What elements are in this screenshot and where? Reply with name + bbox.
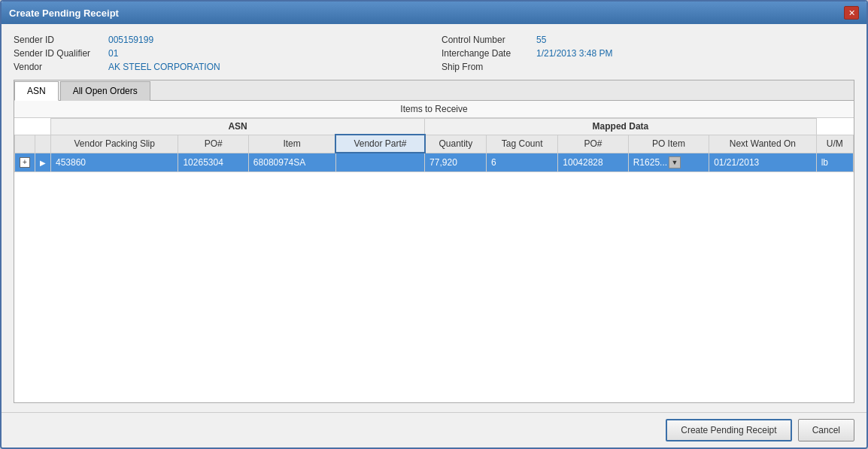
quantity-cell: 77,920 [425,153,487,171]
form-fields: Sender ID 005159199 Sender ID Qualifier … [14,33,854,74]
col-next-wanted-on: Next Wanted On [709,135,817,153]
control-number-label: Control Number [442,35,532,45]
sender-id-label: Sender ID [14,35,104,45]
col-header-row: Vendor Packing Slip PO# Item Vendor Part… [15,135,854,153]
interchange-date-label: Interchange Date [442,48,532,59]
tabs-container: ASN All Open Orders Items to Receive ASN… [14,80,854,403]
tab-content: Items to Receive ASN Mapped Data [14,101,854,402]
po-item-dropdown[interactable]: ▼ [669,156,681,168]
footer: Create Pending Receipt Cancel [2,412,866,447]
mapped-po-cell: 10042828 [558,153,628,171]
col-vendor-packing-slip: Vendor Packing Slip [51,135,178,153]
arrow-cell[interactable]: ▶ [35,153,51,171]
vendor-label: Vendor [14,62,104,72]
table-row[interactable]: +▶4538601026530468080974SA77,92061004282… [15,153,854,171]
ship-from-label: Ship From [442,62,532,72]
mapped-data-group-header: Mapped Data [425,119,817,135]
vendor-packing-slip-cell: 453860 [51,153,178,171]
title-bar: Create Pending Receipt ✕ [2,2,866,24]
ship-from-row: Ship From [442,60,854,74]
sender-id-value: 005159199 [108,35,153,45]
expand-icon[interactable]: + [20,157,30,168]
right-fields: Control Number 55 Interchange Date 1/21/… [442,33,854,74]
tag-count-cell: 6 [487,153,558,171]
expand-col-header [15,135,35,153]
table-wrapper[interactable]: ASN Mapped Data Vendor Packing Slip PO# … [14,118,854,402]
window-title: Create Pending Receipt [9,8,119,19]
po-number-cell: 10265304 [178,153,248,171]
interchange-date-value: 1/21/2013 3:48 PM [536,48,612,59]
vendor-row: Vendor AK STEEL CORPORATION [14,60,426,74]
arrow-icon: ▶ [40,159,46,167]
tab-all-open-orders[interactable]: All Open Orders [60,81,150,101]
main-window: Create Pending Receipt ✕ Sender ID 00515… [0,0,868,449]
title-bar-left: Create Pending Receipt [9,8,119,19]
asn-group-header: ASN [51,119,425,135]
sender-id-qualifier-row: Sender ID Qualifier 01 [14,47,426,60]
group-header-row: ASN Mapped Data [15,119,854,135]
vendor-value: AK STEEL CORPORATION [108,62,220,72]
create-pending-receipt-button[interactable]: Create Pending Receipt [666,419,791,441]
item-cell: 68080974SA [248,153,335,171]
col-mapped-po: PO# [558,135,628,153]
content-area: Sender ID 005159199 Sender ID Qualifier … [2,24,866,412]
col-item: Item [248,135,335,153]
col-um: U/M [816,135,853,153]
sender-id-qualifier-label: Sender ID Qualifier [14,48,104,59]
control-number-value: 55 [536,35,546,45]
table-body: +▶4538601026530468080974SA77,92061004282… [15,153,854,171]
po-item-cell[interactable]: R1625...▼ [628,153,709,171]
close-button[interactable]: ✕ [844,6,859,20]
arrow-col-header [35,135,51,153]
items-table: ASN Mapped Data Vendor Packing Slip PO# … [14,118,854,172]
col-vendor-part[interactable]: Vendor Part# [335,135,424,153]
um-cell: lb [816,153,853,171]
col-po-number: PO# [178,135,248,153]
expand-cell[interactable]: + [15,153,35,171]
tab-asn[interactable]: ASN [14,81,59,101]
col-tag-count: Tag Count [487,135,558,153]
po-item-value: R1625... [633,157,667,168]
sender-id-row: Sender ID 005159199 [14,33,426,47]
tab-bar: ASN All Open Orders [14,80,854,101]
col-po-item: PO Item [628,135,709,153]
cancel-button[interactable]: Cancel [798,419,854,441]
sender-id-qualifier-value: 01 [108,48,118,59]
control-number-row: Control Number 55 [442,33,854,47]
col-quantity: Quantity [425,135,487,153]
vendor-part-cell [335,153,424,171]
interchange-date-row: Interchange Date 1/21/2013 3:48 PM [442,47,854,60]
next-wanted-on-cell: 01/21/2013 [709,153,817,171]
items-to-receive-header: Items to Receive [14,101,854,118]
left-fields: Sender ID 005159199 Sender ID Qualifier … [14,33,426,74]
